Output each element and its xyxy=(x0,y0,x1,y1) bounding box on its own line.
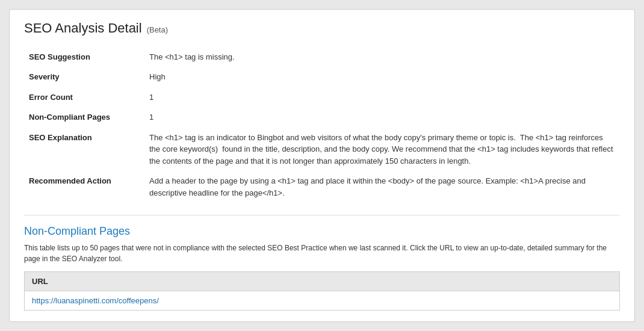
table-row: Recommended Action Add a header to the p… xyxy=(24,171,620,203)
table-row: https://luanaspinetti.com/coffeepens/ xyxy=(25,291,620,311)
value-recommended-action: Add a header to the page by using a <h1>… xyxy=(144,171,620,203)
value-seo-explanation: The <h1> tag is an indicator to Bingbot … xyxy=(144,128,620,172)
url-table: URL https://luanaspinetti.com/coffeepens… xyxy=(24,271,620,311)
table-row: Error Count 1 xyxy=(24,87,620,108)
section-title: Non-Compliant Pages xyxy=(24,225,620,238)
url-column-header: URL xyxy=(25,272,620,291)
value-seo-suggestion: The <h1> tag is missing. xyxy=(144,47,620,67)
label-severity: Severity xyxy=(24,67,144,87)
table-header-row: URL xyxy=(25,272,620,291)
table-row: Non-Compliant Pages 1 xyxy=(24,107,620,128)
table-row: SEO Suggestion The <h1> tag is missing. xyxy=(24,47,620,67)
page-title: SEO Analysis Detail xyxy=(24,20,142,36)
beta-label: (Beta) xyxy=(147,25,168,34)
value-severity: High xyxy=(144,67,620,87)
label-seo-suggestion: SEO Suggestion xyxy=(24,47,144,67)
non-compliant-section: Non-Compliant Pages This table lists up … xyxy=(24,225,620,311)
detail-table: SEO Suggestion The <h1> tag is missing. … xyxy=(24,47,620,203)
label-seo-explanation: SEO Explanation xyxy=(24,128,144,172)
url-cell: https://luanaspinetti.com/coffeepens/ xyxy=(25,291,620,311)
table-row: SEO Explanation The <h1> tag is an indic… xyxy=(24,128,620,172)
main-card: SEO Analysis Detail (Beta) SEO Suggestio… xyxy=(9,9,635,323)
table-row: Severity High xyxy=(24,67,620,87)
label-recommended-action: Recommended Action xyxy=(24,171,144,203)
value-non-compliant-pages: 1 xyxy=(144,107,620,128)
section-description: This table lists up to 50 pages that wer… xyxy=(24,243,620,264)
label-error-count: Error Count xyxy=(24,87,144,108)
url-link[interactable]: https://luanaspinetti.com/coffeepens/ xyxy=(32,296,159,305)
label-non-compliant-pages: Non-Compliant Pages xyxy=(24,107,144,128)
card-title: SEO Analysis Detail (Beta) xyxy=(24,20,620,36)
divider xyxy=(24,215,620,215)
value-error-count: 1 xyxy=(144,87,620,108)
